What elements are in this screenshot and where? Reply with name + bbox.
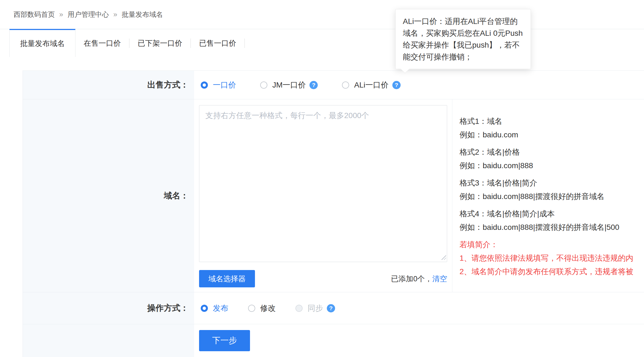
help-icon[interactable]: ? xyxy=(309,81,318,89)
breadcrumb-current: 批量发布域名 xyxy=(122,10,163,19)
warning-line-2: 2、域名简介中请勿发布任何联系方式，违规者将被 xyxy=(460,265,644,278)
tabs: 批量发布域名 在售一口价 已下架一口价 已售一口价 xyxy=(0,29,644,57)
ali-buynow-tooltip: ALi一口价：适用在ALi平台管理的域名，买家购买后您在ALi 0元Push给买… xyxy=(395,9,531,69)
radio-option-publish[interactable]: 发布 xyxy=(201,303,228,314)
submit-label-spacer xyxy=(23,324,194,357)
breadcrumb-link-user-center[interactable]: 用户管理中心 xyxy=(67,10,109,19)
radio-selected-icon[interactable] xyxy=(201,305,208,312)
radio-label[interactable]: 发布 xyxy=(213,303,228,314)
radio-unselected-icon[interactable] xyxy=(248,305,255,312)
breadcrumb-separator: » xyxy=(113,10,117,19)
domain-input-area: 域名选择器 已添加0个， 清空 xyxy=(194,99,452,292)
breadcrumb-separator: » xyxy=(59,10,63,19)
tab-offshelf-buynow[interactable]: 已下架一口价 xyxy=(129,29,191,57)
format-help-panel: 格式1：域名 例如：baidu.com 格式2：域名|价格 例如：baidu.c… xyxy=(452,99,644,292)
breadcrumb: 西部数码首页 » 用户管理中心 » 批量发布域名 xyxy=(0,0,644,29)
format-group-4: 格式4：域名|价格|简介|成本 例如：baidu.com|888|摆渡很好的拼音… xyxy=(460,207,644,234)
submit-area: 下一步 xyxy=(194,324,644,357)
help-icon[interactable]: ? xyxy=(327,304,335,312)
format-group-1: 格式1：域名 例如：baidu.com xyxy=(460,115,644,141)
radio-option-ali-buynow[interactable]: ALi一口价 ? xyxy=(342,80,400,90)
radio-selected-icon[interactable] xyxy=(201,81,208,89)
domain-list-textarea[interactable] xyxy=(199,105,447,262)
format-example: 例如：baidu.com|888 xyxy=(460,159,644,172)
radio-option-sync: 同步 ? xyxy=(295,303,335,314)
radio-disabled-icon xyxy=(295,305,303,312)
tab-onsale-buynow[interactable]: 在售一口价 xyxy=(75,29,129,57)
format-title: 格式3：域名|价格|简介 xyxy=(460,176,644,190)
tab-sold-buynow[interactable]: 已售一口价 xyxy=(191,29,244,57)
radio-label[interactable]: 修改 xyxy=(260,303,276,314)
radio-option-modify[interactable]: 修改 xyxy=(248,303,276,314)
format-example: 例如：baidu.com xyxy=(460,128,644,141)
radio-unselected-icon[interactable] xyxy=(342,81,349,89)
radio-label: 同步 xyxy=(308,303,323,314)
page: 西部数码首页 » 用户管理中心 » 批量发布域名 批量发布域名 在售一口价 已下… xyxy=(0,0,644,357)
format-title: 格式2：域名|价格 xyxy=(460,145,644,159)
format-title: 格式1：域名 xyxy=(460,115,644,128)
added-count-wrap: 已添加0个， 清空 xyxy=(391,274,447,284)
domain-row: 域名： 域名选择器 已添加0个， 清空 格式1：域名 例如：baidu. xyxy=(23,99,644,292)
format-title: 格式4：域名|价格|简介|成本 xyxy=(460,207,644,220)
domain-controls: 域名选择器 已添加0个， 清空 xyxy=(199,270,447,287)
clear-link[interactable]: 清空 xyxy=(432,274,447,284)
warning-title: 若填简介： xyxy=(460,238,644,251)
batch-publish-form: 出售方式： 一口价 JM一口价 ? ALi一口价 ? xyxy=(23,70,644,357)
submit-row: 下一步 xyxy=(23,324,644,357)
textarea-wrapper xyxy=(199,105,447,262)
format-example: 例如：baidu.com|888|摆渡很好的拼音域名|500 xyxy=(460,220,644,234)
breadcrumb-link-home[interactable]: 西部数码首页 xyxy=(13,10,55,19)
operation-label: 操作方式： xyxy=(23,292,194,324)
help-icon[interactable]: ? xyxy=(392,81,401,89)
next-step-button[interactable]: 下一步 xyxy=(199,330,250,351)
tab-batch-publish[interactable]: 批量发布域名 xyxy=(9,29,75,57)
radio-label[interactable]: 一口价 xyxy=(213,80,236,90)
domain-selector-button[interactable]: 域名选择器 xyxy=(199,270,255,287)
sell-method-row: 出售方式： 一口价 JM一口价 ? ALi一口价 ? xyxy=(23,71,644,99)
radio-label[interactable]: ALi一口价 xyxy=(354,80,388,90)
operation-row: 操作方式： 发布 修改 同步 ? xyxy=(23,292,644,324)
format-group-2: 格式2：域名|价格 例如：baidu.com|888 xyxy=(460,145,644,172)
domain-label: 域名： xyxy=(23,99,194,292)
radio-option-buynow[interactable]: 一口价 xyxy=(201,80,236,90)
radio-option-jm-buynow[interactable]: JM一口价 ? xyxy=(260,80,318,90)
format-group-3: 格式3：域名|价格|简介 例如：baidu.com|888|摆渡很好的拼音域名 xyxy=(460,176,644,203)
description-warning: 若填简介： 1、请您依照法律法规填写，不得出现违法违规的内 2、域名简介中请勿发… xyxy=(460,238,644,278)
sell-method-label: 出售方式： xyxy=(23,71,194,99)
radio-label[interactable]: JM一口价 xyxy=(272,80,306,90)
added-count: 已添加0个， xyxy=(391,274,432,284)
warning-line-1: 1、请您依照法律法规填写，不得出现违法违规的内 xyxy=(460,251,644,265)
radio-unselected-icon[interactable] xyxy=(260,81,267,89)
format-example: 例如：baidu.com|888|摆渡很好的拼音域名 xyxy=(460,190,644,203)
sell-method-options: 一口价 JM一口价 ? ALi一口价 ? xyxy=(194,71,644,99)
operation-options: 发布 修改 同步 ? xyxy=(194,292,644,324)
tab-separator xyxy=(244,39,245,48)
tooltip-text: ALi一口价：适用在ALi平台管理的域名，买家购买后您在ALi 0元Push给买… xyxy=(403,15,523,63)
